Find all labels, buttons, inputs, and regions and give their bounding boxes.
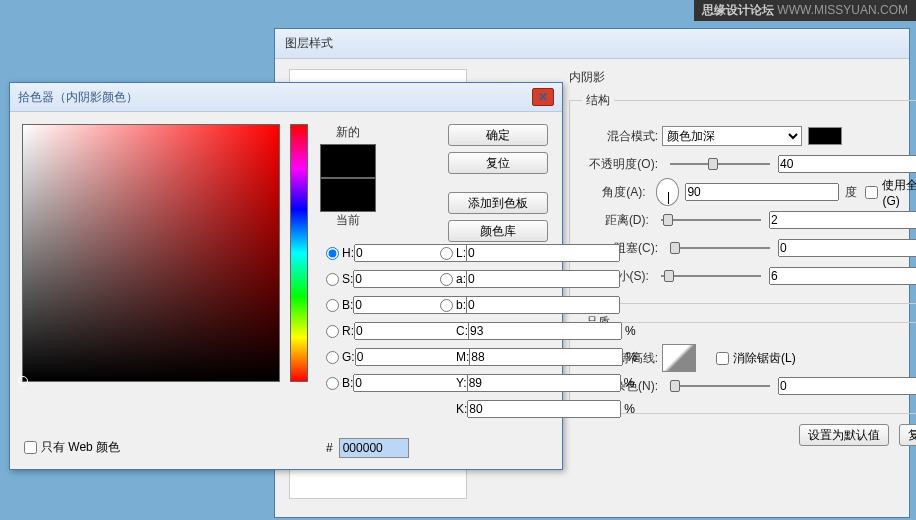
angle-dial[interactable] (656, 178, 680, 206)
contour-picker[interactable] (662, 344, 696, 372)
h-radio[interactable] (326, 247, 339, 260)
hash-label: # (326, 441, 333, 455)
global-light-checkbox[interactable] (865, 186, 878, 199)
add-swatch-button[interactable]: 添加到色板 (448, 192, 548, 214)
saturation-value-field[interactable] (22, 124, 280, 382)
sv-cursor-icon (18, 376, 28, 386)
size-slider[interactable] (661, 268, 761, 284)
noise-input[interactable] (778, 377, 916, 395)
ok-button[interactable]: 确定 (448, 124, 548, 146)
new-label: 新的 (336, 124, 360, 141)
r-radio[interactable] (326, 325, 339, 338)
hex-input[interactable] (339, 438, 409, 458)
b-radio[interactable] (326, 299, 339, 312)
distance-label: 距离(D): (582, 212, 653, 229)
l-radio[interactable] (440, 247, 453, 260)
choke-slider[interactable] (670, 240, 770, 256)
reset-button[interactable]: 复位 (448, 152, 548, 174)
l-input[interactable] (466, 244, 620, 262)
effect-heading: 内阴影 (569, 69, 895, 86)
make-default-button[interactable]: 设置为默认值 (799, 424, 889, 446)
opacity-label: 不透明度(O): (582, 156, 662, 173)
b3-radio[interactable] (326, 377, 339, 390)
angle-input[interactable] (685, 183, 839, 201)
color-picker-dialog: 拾色器（内阴影颜色） ✕ 新的 当前 确定 复位 添加到色板 颜色库 H:度 L… (9, 82, 563, 470)
b2-radio[interactable] (440, 299, 453, 312)
blendmode-label: 混合模式: (582, 128, 662, 145)
shadow-color-swatch[interactable] (808, 127, 842, 145)
web-only-label: 只有 Web 颜色 (41, 439, 120, 456)
new-color-swatch (320, 144, 376, 178)
distance-slider[interactable] (661, 212, 761, 228)
watermark: 思缘设计论坛 WWW.MISSYUAN.COM (694, 0, 916, 21)
s-radio[interactable] (326, 273, 339, 286)
reset-default-button[interactable]: 复位为默认值 (899, 424, 916, 446)
picker-title: 拾色器（内阴影颜色） (18, 89, 138, 106)
close-icon[interactable]: ✕ (532, 88, 554, 106)
current-color-swatch[interactable] (320, 178, 376, 212)
k-input[interactable] (467, 400, 621, 418)
distance-input[interactable] (769, 211, 916, 229)
g-radio[interactable] (326, 351, 339, 364)
noise-slider[interactable] (670, 378, 770, 394)
antialias-label: 消除锯齿(L) (733, 350, 796, 367)
a-input[interactable] (466, 270, 620, 288)
angle-label: 角度(A): (582, 184, 650, 201)
a-radio[interactable] (440, 273, 453, 286)
opacity-slider[interactable] (670, 156, 770, 172)
structure-group: 结构 混合模式: 颜色加深 不透明度(O): % 角度(A): 度 (569, 92, 916, 304)
layer-style-title: 图层样式 (275, 29, 909, 59)
current-label: 当前 (336, 212, 360, 229)
web-only-checkbox[interactable] (24, 441, 37, 454)
blendmode-select[interactable]: 颜色加深 (662, 126, 802, 146)
y-input[interactable] (467, 374, 621, 392)
opacity-input[interactable] (778, 155, 916, 173)
hue-slider[interactable] (290, 124, 308, 382)
b2-input[interactable] (466, 296, 620, 314)
m-input[interactable] (469, 348, 623, 366)
global-light-label: 使用全局光 (G) (882, 177, 916, 208)
antialias-checkbox[interactable] (716, 352, 729, 365)
size-input[interactable] (769, 267, 916, 285)
c-input[interactable] (468, 322, 622, 340)
choke-input[interactable] (778, 239, 916, 257)
color-libs-button[interactable]: 颜色库 (448, 220, 548, 242)
